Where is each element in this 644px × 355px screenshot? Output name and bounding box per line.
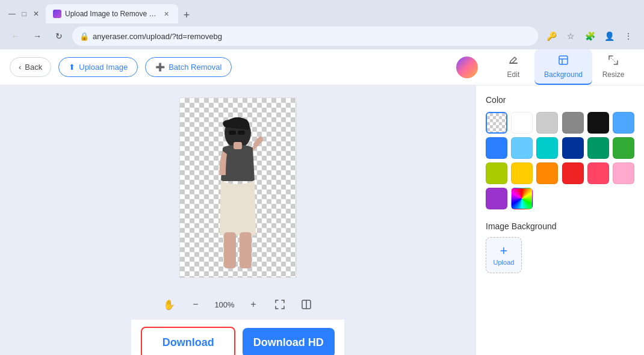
zoom-level: 100% (212, 300, 237, 309)
color-swatch-rainbow[interactable] (511, 188, 533, 209)
color-swatch-blue[interactable] (486, 137, 507, 159)
extensions-icon[interactable]: 🧩 (581, 28, 598, 45)
color-swatch-teal[interactable] (587, 137, 609, 159)
svg-rect-9 (224, 232, 236, 268)
bottom-action-bar: Download Download HD Preview image: 533 … (131, 319, 344, 355)
main-body: ✋ − 100% + (0, 85, 644, 355)
upload-bg-label: Upload (494, 259, 515, 266)
tab-favicon (53, 10, 61, 18)
resize-icon (607, 54, 619, 69)
color-swatch-purple[interactable] (486, 188, 507, 209)
download-hd-button[interactable]: Download HD (243, 328, 335, 355)
app-toolbar: ‹ Back ⬆ Upload Image ➕ Batch Removal (0, 49, 644, 85)
svg-rect-8 (234, 142, 242, 149)
svg-rect-6 (238, 131, 245, 135)
zoom-in-button[interactable]: + (244, 295, 263, 314)
edit-icon (507, 54, 519, 69)
color-swatch-gray[interactable] (562, 112, 584, 134)
svg-rect-1 (559, 56, 568, 64)
batch-label: Batch Removal (169, 63, 221, 72)
tab-edit[interactable]: Edit (492, 49, 534, 85)
maximize-button[interactable]: □ (19, 9, 29, 19)
zoom-out-button[interactable]: − (186, 295, 205, 314)
password-icon[interactable]: 🔑 (543, 28, 560, 45)
upload-icon: ⬆ (69, 63, 75, 72)
back-label: Back (25, 63, 42, 72)
back-button[interactable]: ‹ Back (10, 57, 51, 77)
color-swatch-pink-red[interactable] (587, 162, 609, 184)
canvas-area: ✋ − 100% + (0, 85, 475, 355)
svg-rect-5 (229, 131, 236, 135)
tab-resize[interactable]: Resize (592, 49, 634, 85)
batch-removal-button[interactable]: ➕ Batch Removal (145, 57, 232, 77)
new-tab-button[interactable]: + (178, 7, 195, 23)
color-swatch-transparent[interactable] (486, 112, 507, 134)
address-bar-input[interactable]: 🔒 (72, 26, 538, 46)
app-content: ‹ Back ⬆ Upload Image ➕ Batch Removal (0, 49, 644, 355)
color-section-title: Color (486, 95, 634, 105)
refresh-button[interactable]: ↻ (51, 28, 67, 45)
back-chevron-icon: ‹ (19, 63, 21, 72)
image-background-section: Image Background + Upload (486, 221, 634, 273)
back-nav-button[interactable]: ← (7, 28, 24, 45)
fit-button[interactable] (270, 295, 289, 314)
menu-icon[interactable]: ⋮ (620, 28, 637, 45)
right-panel: Color (475, 85, 644, 355)
color-swatch-white[interactable] (511, 112, 533, 134)
browser-window: — □ ✕ Upload Image to Remove Bg ✕ + ← → … (0, 0, 644, 355)
plus-icon: ➕ (155, 63, 165, 72)
tab-close-button[interactable]: ✕ (161, 9, 171, 19)
star-icon[interactable]: ☆ (562, 28, 579, 45)
upload-background-button[interactable]: + Upload (486, 237, 522, 273)
svg-rect-10 (240, 232, 252, 268)
tab-background-label: Background (544, 70, 583, 79)
tab-edit-label: Edit (507, 70, 520, 79)
color-swatch-blue-light[interactable] (613, 112, 634, 134)
color-swatch-cyan[interactable] (536, 137, 558, 159)
color-swatch-black[interactable] (587, 112, 609, 134)
color-swatch-pink[interactable] (613, 162, 634, 184)
download-buttons: Download Download HD (141, 327, 334, 355)
tab-bar: Upload Image to Remove Bg ✕ + (46, 4, 637, 23)
img-bg-title: Image Background (486, 221, 634, 231)
minimize-button[interactable]: — (7, 9, 17, 19)
color-swatch-green[interactable] (613, 137, 634, 159)
tab-background[interactable]: Background (534, 49, 592, 85)
color-swatch-lime[interactable] (486, 162, 507, 184)
image-container (0, 85, 475, 290)
profile-icon[interactable]: 👤 (601, 28, 618, 45)
color-swatch-lightgray[interactable] (536, 112, 558, 134)
forward-nav-button[interactable]: → (29, 28, 46, 45)
panel-tabs: Edit Background (492, 49, 634, 85)
pan-tool-button[interactable]: ✋ (159, 295, 179, 314)
split-view-button[interactable] (297, 295, 316, 314)
canvas-toolbar: ✋ − 100% + (150, 290, 326, 319)
upload-plus-icon: + (500, 244, 508, 258)
color-swatch-orange[interactable] (536, 162, 558, 184)
tab-title: Upload Image to Remove Bg (65, 10, 158, 18)
download-button[interactable]: Download (141, 327, 235, 355)
background-icon (557, 54, 569, 69)
tab-resize-label: Resize (602, 70, 625, 79)
url-input[interactable] (93, 32, 531, 41)
address-bar: ← → ↻ 🔒 🔑 ☆ 🧩 👤 ⋮ (0, 23, 644, 49)
active-tab[interactable]: Upload Image to Remove Bg ✕ (46, 4, 178, 23)
color-grid (486, 112, 634, 209)
upload-image-button[interactable]: ⬆ Upload Image (58, 57, 138, 77)
color-swatch-red[interactable] (562, 162, 584, 184)
person-figure (196, 115, 280, 277)
color-swatch-sky[interactable] (511, 137, 533, 159)
edited-image (179, 97, 297, 278)
upload-label: Upload Image (79, 63, 128, 72)
color-swatch-navy[interactable] (562, 137, 584, 159)
window-controls: — □ ✕ (7, 9, 41, 19)
address-bar-icons: 🔑 ☆ 🧩 👤 ⋮ (543, 28, 637, 45)
avatar[interactable] (456, 57, 478, 78)
color-swatch-yellow[interactable] (511, 162, 533, 184)
title-bar: — □ ✕ Upload Image to Remove Bg ✕ + (0, 0, 644, 23)
close-button[interactable]: ✕ (31, 9, 41, 19)
